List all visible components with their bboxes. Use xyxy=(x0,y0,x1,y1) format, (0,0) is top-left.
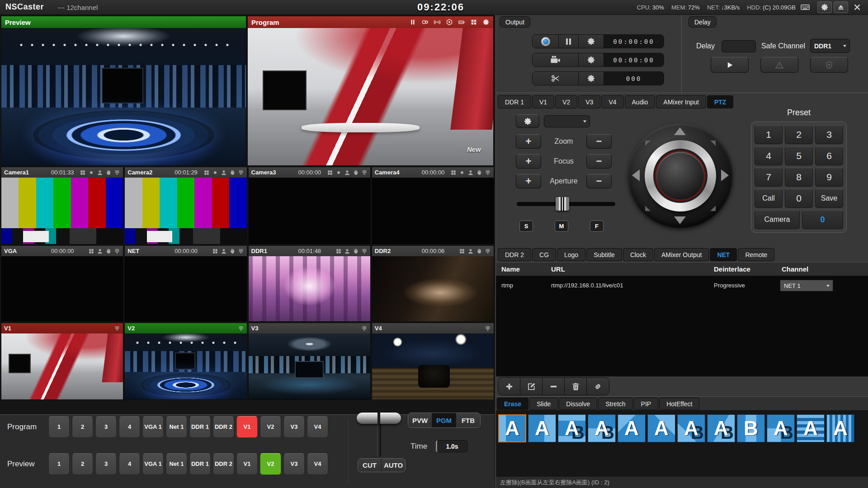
transition-effect-wipe-left[interactable]: A xyxy=(498,414,526,442)
pause-icon[interactable] xyxy=(409,19,416,26)
transition-tab-stretch[interactable]: Stretch xyxy=(598,398,632,410)
camera-key[interactable]: Camera xyxy=(755,210,800,229)
person-icon[interactable] xyxy=(221,248,227,254)
grid-icon[interactable] xyxy=(459,248,465,254)
focus-plus-button[interactable]: + xyxy=(516,154,541,169)
menu-icon[interactable] xyxy=(485,325,491,332)
delay-shield-button[interactable] xyxy=(810,57,848,73)
delay-input[interactable] xyxy=(722,40,756,52)
monitor-video-camera1[interactable] xyxy=(1,178,123,244)
transition-effect-diag-tr[interactable]: A xyxy=(647,414,675,442)
program-source-vga1[interactable]: VGA 1 xyxy=(142,416,164,438)
menu-icon[interactable] xyxy=(361,169,368,176)
tab-subtitle[interactable]: Subtitle xyxy=(586,248,622,261)
preset-key-9[interactable]: 9 xyxy=(815,168,843,187)
delete-button[interactable] xyxy=(565,378,587,395)
preset-key-2[interactable]: 2 xyxy=(785,125,813,144)
person-icon[interactable] xyxy=(467,169,474,176)
tab-amixer-input[interactable]: AMixer Input xyxy=(656,95,706,108)
tab-v1[interactable]: V1 xyxy=(532,95,554,108)
monitor-video-ddr1[interactable] xyxy=(249,256,370,321)
tab-ddr-1[interactable]: DDR 1 xyxy=(498,95,531,108)
monitor-cell-ddr1[interactable]: DDR100:01:48 xyxy=(248,245,371,322)
link-button[interactable] xyxy=(587,378,609,395)
program-source-v2[interactable]: V2 xyxy=(260,416,281,438)
hand-icon[interactable] xyxy=(229,248,236,254)
person-icon[interactable] xyxy=(467,248,474,254)
preview-source-4[interactable]: 4 xyxy=(119,453,140,475)
program-source-4[interactable]: 4 xyxy=(119,416,140,438)
transition-effect-diag-br[interactable]: BA xyxy=(677,414,705,442)
preset-key-call[interactable]: Call xyxy=(755,189,783,208)
record-button[interactable] xyxy=(533,35,559,48)
menu-icon[interactable] xyxy=(114,248,120,254)
menu-icon[interactable] xyxy=(361,325,368,332)
preset-key-save[interactable]: Save xyxy=(815,189,843,208)
pgm-button[interactable]: PGM xyxy=(432,413,456,427)
program-video[interactable]: New xyxy=(248,28,493,165)
hand-icon[interactable] xyxy=(105,169,112,176)
tab-ptz[interactable]: PTZ xyxy=(707,95,733,108)
preview-source-1[interactable]: 1 xyxy=(48,453,70,475)
aperture-minus-button[interactable]: − xyxy=(586,174,612,188)
channel-select[interactable]: NET 1 xyxy=(780,280,833,291)
monitor-cell-v2[interactable]: V2 xyxy=(124,323,247,400)
monitor-cell-vga[interactable]: VGA00:00:00 xyxy=(1,245,123,322)
capture-settings-button[interactable] xyxy=(579,53,604,66)
capture-icon[interactable] xyxy=(458,19,465,26)
dot-icon[interactable] xyxy=(335,169,342,176)
tab-cg[interactable]: CG xyxy=(532,248,556,261)
preset-key-4[interactable]: 4 xyxy=(755,146,783,165)
menu-icon[interactable] xyxy=(114,169,120,176)
menu-icon[interactable] xyxy=(485,169,491,176)
aperture-plus-button[interactable]: + xyxy=(516,174,541,188)
preset-key-7[interactable]: 7 xyxy=(755,168,783,187)
menu-icon[interactable] xyxy=(485,248,491,254)
transition-effect-stripes-v[interactable]: A xyxy=(826,414,854,442)
monitor-cell-camera4[interactable]: Camera400:00:00 xyxy=(372,167,494,244)
preview-source-v3[interactable]: V3 xyxy=(283,453,305,475)
transition-effect-band-center[interactable]: B xyxy=(737,414,765,442)
hand-icon[interactable] xyxy=(476,248,482,254)
monitor-cell-camera1[interactable]: Camera100:01:33 xyxy=(1,167,123,244)
transition-effect-wipe-right[interactable]: A xyxy=(528,414,556,442)
program-source-v1[interactable]: V1 xyxy=(236,416,258,438)
program-pane[interactable]: Program New xyxy=(247,16,494,166)
hand-icon[interactable] xyxy=(353,169,359,176)
menu-icon[interactable] xyxy=(114,325,120,332)
preview-source-ddr2[interactable]: DDR 2 xyxy=(213,453,234,475)
joystick-knob[interactable] xyxy=(656,152,704,200)
tab-net[interactable]: NET xyxy=(710,248,737,261)
hand-icon[interactable] xyxy=(353,248,359,254)
snapshot-settings-button[interactable] xyxy=(579,72,604,85)
record-settings-button[interactable] xyxy=(579,35,604,48)
record-pause-button[interactable] xyxy=(559,35,579,48)
ptz-settings-button[interactable] xyxy=(516,114,539,128)
monitor-video-camera4[interactable] xyxy=(372,178,494,244)
speed-m-button[interactable]: M xyxy=(555,221,568,232)
tab-ddr-2[interactable]: DDR 2 xyxy=(498,248,531,261)
program-source-3[interactable]: 3 xyxy=(95,416,117,438)
hand-icon[interactable] xyxy=(105,248,112,254)
tab-logo[interactable]: Logo xyxy=(557,248,585,261)
person-icon[interactable] xyxy=(344,248,350,254)
tab-amixer-output[interactable]: AMixer Output xyxy=(654,248,709,261)
monitor-video-v2[interactable] xyxy=(125,333,246,399)
program-source-2[interactable]: 2 xyxy=(72,416,93,438)
monitor-video-net[interactable] xyxy=(125,256,246,321)
tab-v4[interactable]: V4 xyxy=(601,95,623,108)
dot-icon[interactable] xyxy=(212,169,218,176)
preview-source-v2[interactable]: V2 xyxy=(260,453,281,475)
grid-icon[interactable] xyxy=(212,248,218,254)
cut-button[interactable]: CUT xyxy=(358,459,382,472)
add-button[interactable] xyxy=(498,378,520,395)
grid-icon[interactable] xyxy=(470,19,477,26)
monitor-cell-net[interactable]: NET00:00:00 xyxy=(124,245,247,322)
transition-tab-pip[interactable]: PIP xyxy=(634,398,659,410)
keyboard-icon[interactable] xyxy=(798,2,812,12)
t-bar-handle[interactable] xyxy=(357,413,401,424)
transition-effect-split-vert[interactable]: BA xyxy=(588,414,616,442)
preview-source-v4[interactable]: V4 xyxy=(307,453,328,475)
ptz-speed-slider-handle[interactable] xyxy=(556,197,569,211)
ftb-button[interactable]: FTB xyxy=(456,413,480,427)
